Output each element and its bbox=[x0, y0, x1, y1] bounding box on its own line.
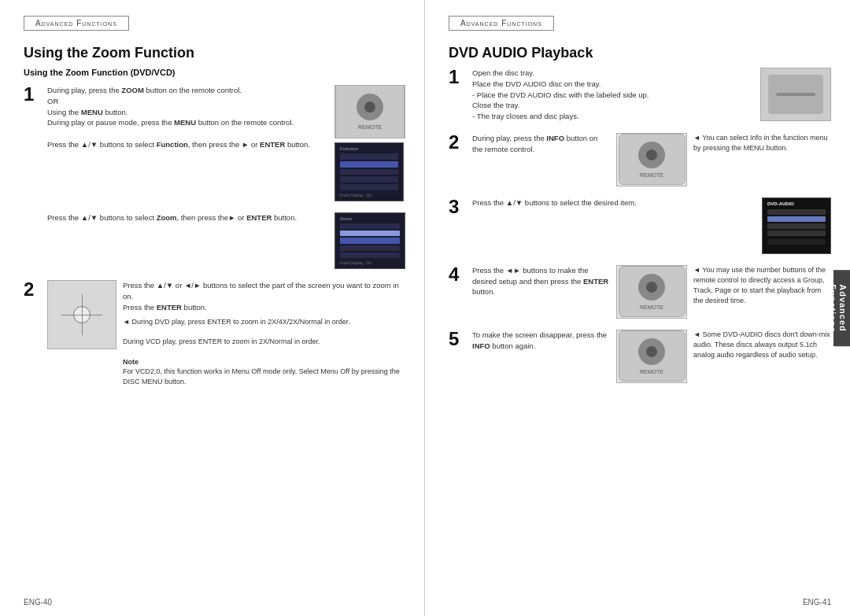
step-1-number: 1 bbox=[24, 85, 41, 104]
right-step-1-text: Open the disc tray. Place the DVD AUDIO … bbox=[472, 68, 754, 122]
right-step-2-sidenote: ◄ You can select Info in the function me… bbox=[693, 133, 831, 153]
step-2-text: Press the ▲/▼ or ◄/► buttons to select t… bbox=[123, 280, 405, 386]
right-step-5-image: REMOTE bbox=[616, 330, 687, 383]
right-step-3-text: Press the ▲/▼ buttons to select the desi… bbox=[472, 197, 756, 208]
left-step-2: 2 Press the ▲/▼ or ◄/► buttons to select… bbox=[24, 280, 405, 386]
left-step-1b: Press the ▲/▼ buttons to select Zoom, th… bbox=[47, 212, 405, 269]
right-panel: Advanced Functions DVD AUDIO Playback 1 … bbox=[425, 0, 850, 616]
right-step-4-num: 4 bbox=[449, 265, 466, 284]
sidebar-tab-text: AdvancedFunctions bbox=[828, 284, 848, 333]
left-footer: ENG-40 bbox=[24, 598, 52, 607]
right-step-1-image bbox=[760, 68, 831, 121]
step-1-text: During play, press the ZOOM button on th… bbox=[47, 85, 328, 150]
left-subtitle: Using the Zoom Function (DVD/VCD) bbox=[24, 68, 405, 77]
left-header: Advanced Functions bbox=[24, 16, 129, 31]
step-1b-menu-screen: Zoom Front Display : On bbox=[334, 212, 405, 269]
sidebar-tab: AdvancedFunctions bbox=[833, 270, 850, 347]
step-1-menu-screen: Function Front Display : On bbox=[334, 142, 404, 201]
step-1-content: During play, press the ZOOM button on th… bbox=[47, 85, 405, 201]
right-step-5-text: To make the screen disappear, press the … bbox=[472, 330, 610, 352]
right-step-4-text: Press the ◄► buttons to make the desired… bbox=[472, 265, 610, 297]
right-step-3: 3 Press the ▲/▼ buttons to select the de… bbox=[449, 197, 831, 254]
right-header: Advanced Functions bbox=[449, 16, 554, 31]
right-step-1-num: 1 bbox=[449, 68, 466, 87]
right-step-1-content: Open the disc tray. Place the DVD AUDIO … bbox=[472, 68, 831, 122]
right-step-4-content: Press the ◄► buttons to make the desired… bbox=[472, 265, 831, 319]
right-step-5: 5 To make the screen disappear, press th… bbox=[449, 330, 831, 383]
step-1b-text: Press the ▲/▼ buttons to select Zoom, th… bbox=[47, 212, 328, 223]
right-step-2-num: 2 bbox=[449, 133, 466, 152]
right-step-1: 1 Open the disc tray. Place the DVD AUDI… bbox=[449, 68, 831, 122]
right-step-2-image: REMOTE bbox=[616, 133, 687, 186]
step-2-zoom-image bbox=[47, 280, 116, 349]
right-step-3-content: Press the ▲/▼ buttons to select the desi… bbox=[472, 197, 831, 254]
right-step-3-menu: DVD-AUDIO bbox=[762, 197, 831, 254]
right-step-2: 2 During play, press the INFO button on … bbox=[449, 133, 831, 186]
right-step-4: 4 Press the ◄► buttons to make the desir… bbox=[449, 265, 831, 319]
right-footer: ENG-41 bbox=[803, 598, 831, 607]
left-page-title: Using the Zoom Function bbox=[24, 45, 405, 61]
left-step-1: 1 During play, press the ZOOM button on … bbox=[24, 85, 405, 201]
right-page-title: DVD AUDIO Playback bbox=[449, 45, 831, 61]
right-step-4-image: REMOTE bbox=[616, 265, 687, 319]
right-step-2-text: During play, press the INFO button on th… bbox=[472, 133, 610, 155]
right-step-4-sidenote: ◄ You may use the number buttons of the … bbox=[693, 265, 831, 306]
right-step-2-content: During play, press the INFO button on th… bbox=[472, 133, 831, 186]
step-2-number: 2 bbox=[24, 280, 41, 299]
right-step-5-content: To make the screen disappear, press the … bbox=[472, 330, 831, 383]
step-1b-content: Press the ▲/▼ buttons to select Zoom, th… bbox=[47, 212, 405, 269]
right-step-3-num: 3 bbox=[449, 197, 466, 216]
left-panel: Advanced Functions Using the Zoom Functi… bbox=[0, 0, 425, 616]
right-step-5-num: 5 bbox=[449, 330, 466, 349]
page: Advanced Functions Using the Zoom Functi… bbox=[0, 0, 850, 616]
step-1-image-remote: REMOTE bbox=[334, 85, 405, 138]
right-step-5-sidenote: ◄ Some DVD-AUDIO discs don't down-mix au… bbox=[693, 330, 831, 360]
